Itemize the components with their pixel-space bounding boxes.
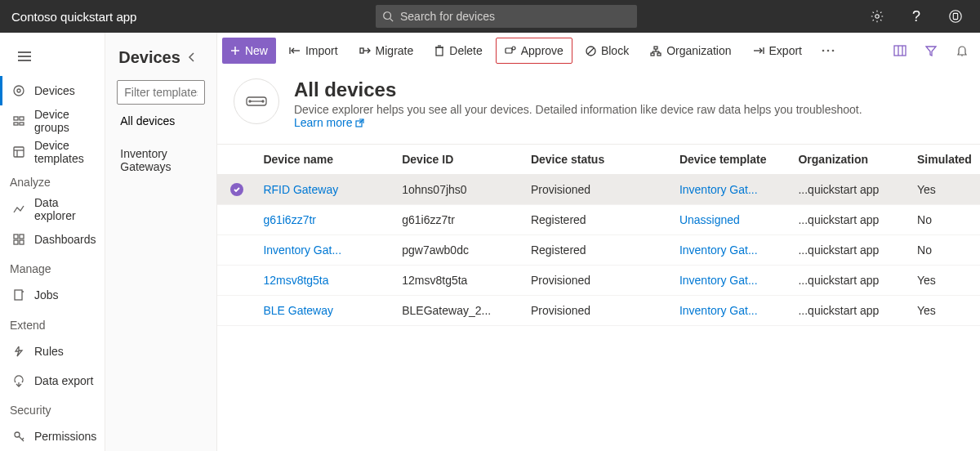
svg-marker-55 xyxy=(926,47,936,56)
btn-label: Organization xyxy=(666,44,731,57)
export-button[interactable]: Export xyxy=(745,38,810,64)
col-status[interactable]: Device status xyxy=(524,145,673,175)
table-row[interactable]: 12msv8tg5ta12msv8tg5taProvisionedInvento… xyxy=(217,266,980,296)
approve-icon xyxy=(505,46,516,56)
row-checkbox[interactable] xyxy=(217,175,257,205)
col-id[interactable]: Device ID xyxy=(395,145,524,175)
svg-rect-20 xyxy=(20,240,24,244)
dashboards-icon xyxy=(11,232,26,247)
cell-template[interactable]: Inventory Gat... xyxy=(673,235,792,266)
cell-status: Provisioned xyxy=(524,175,673,205)
more-button[interactable] xyxy=(815,38,841,64)
plus-icon xyxy=(230,46,240,56)
cell-name[interactable]: g61i6zz7tr xyxy=(256,205,395,235)
collapse-panel-button[interactable] xyxy=(180,46,203,69)
nav-item-data-export[interactable]: Data export xyxy=(0,366,105,395)
help-button[interactable]: ? xyxy=(903,3,929,29)
main-content: New Import Migrate Delete Approve Block xyxy=(217,33,980,451)
svg-rect-17 xyxy=(14,234,18,239)
block-button[interactable]: Block xyxy=(577,38,637,64)
svg-rect-13 xyxy=(20,123,24,125)
nav-item-devices[interactable]: Devices xyxy=(0,76,105,105)
nav-item-data-explorer[interactable]: Data explorer xyxy=(0,194,105,225)
notifications-button[interactable] xyxy=(949,38,975,64)
help-icon: ? xyxy=(912,8,920,25)
trash-icon xyxy=(434,45,444,56)
table-header-row: Device name Device ID Device status Devi… xyxy=(217,145,980,175)
page-description: Device explorer helps you see all your d… xyxy=(294,103,862,116)
cell-template[interactable]: Inventory Gat... xyxy=(673,296,792,326)
search-box[interactable] xyxy=(376,5,637,28)
cell-template[interactable]: Unassigned xyxy=(673,205,792,235)
cell-template[interactable]: Inventory Gat... xyxy=(673,266,792,296)
device-hero-icon xyxy=(244,94,269,109)
col-template[interactable]: Device template xyxy=(673,145,792,175)
cell-id: g61i6zz7tr xyxy=(395,205,524,235)
data-export-icon xyxy=(11,373,26,388)
nav-label: Jobs xyxy=(34,288,59,301)
cell-org: ...quickstart app xyxy=(791,175,911,205)
nav-item-device-groups[interactable]: Device groups xyxy=(0,105,105,136)
more-icon xyxy=(822,49,835,52)
filter-button[interactable] xyxy=(918,38,944,64)
table-row[interactable]: RFID Gateway1ohns07jhs0ProvisionedInvent… xyxy=(217,175,980,205)
search-icon xyxy=(382,11,394,22)
nav-item-permissions[interactable]: Permissions xyxy=(0,422,105,451)
delete-button[interactable]: Delete xyxy=(426,38,490,64)
template-all-devices[interactable]: All devices xyxy=(117,105,205,137)
row-selected-icon xyxy=(230,183,243,196)
nav-toggle[interactable] xyxy=(10,42,39,69)
template-panel: Devices All devices Inventory Gateways xyxy=(105,33,217,451)
table-row[interactable]: Inventory Gat...pgw7awb0dcRegisteredInve… xyxy=(217,235,980,266)
nav-item-dashboards[interactable]: Dashboards xyxy=(0,225,105,254)
migrate-button[interactable]: Migrate xyxy=(351,38,422,64)
chevron-left-icon xyxy=(186,51,198,63)
settings-button[interactable] xyxy=(864,3,890,29)
cell-status: Registered xyxy=(524,205,673,235)
cell-template[interactable]: Inventory Gat... xyxy=(673,175,792,205)
svg-point-37 xyxy=(512,47,515,50)
svg-rect-14 xyxy=(14,147,24,157)
cell-name[interactable]: RFID Gateway xyxy=(256,175,395,205)
col-name[interactable]: Device name xyxy=(256,145,395,175)
search-input[interactable] xyxy=(400,10,630,23)
filter-templates-input[interactable] xyxy=(117,80,205,105)
nav-item-device-templates[interactable]: Device templates xyxy=(0,136,105,167)
columns-button[interactable] xyxy=(887,38,913,64)
learn-more-link[interactable]: Learn more xyxy=(294,116,365,129)
table-row[interactable]: BLE GatewayBLEGateway_2...ProvisionedInv… xyxy=(217,296,980,326)
external-link-icon xyxy=(355,118,364,127)
bell-icon xyxy=(956,45,968,57)
cell-id: BLEGateway_2... xyxy=(395,296,524,326)
table-row[interactable]: g61i6zz7trg61i6zz7trRegisteredUnassigned… xyxy=(217,205,980,235)
hamburger-icon xyxy=(18,51,31,62)
row-checkbox[interactable] xyxy=(217,205,257,235)
gear-icon xyxy=(870,9,884,24)
svg-point-0 xyxy=(384,12,391,20)
feedback-button[interactable] xyxy=(942,3,969,29)
approve-button[interactable]: Approve xyxy=(496,38,572,64)
export-icon xyxy=(753,46,764,56)
col-org[interactable]: Organization xyxy=(791,145,911,175)
row-checkbox[interactable] xyxy=(217,266,257,296)
feedback-icon xyxy=(948,9,963,24)
cell-id: 1ohns07jhs0 xyxy=(395,175,524,205)
cell-name[interactable]: BLE Gateway xyxy=(256,296,395,326)
new-button[interactable]: New xyxy=(222,38,276,64)
template-inventory-gateways[interactable]: Inventory Gateways xyxy=(117,137,205,183)
hero-icon-circle xyxy=(234,78,279,124)
cell-name[interactable]: Inventory Gat... xyxy=(256,235,395,266)
nav-item-rules[interactable]: Rules xyxy=(0,337,105,366)
block-icon xyxy=(586,46,596,56)
organization-button[interactable]: Organization xyxy=(642,38,739,64)
device-groups-icon xyxy=(11,114,26,128)
cell-name[interactable]: 12msv8tg5ta xyxy=(256,266,395,296)
hero-section: All devices Device explorer helps you se… xyxy=(217,69,980,144)
app-title: Contoso quickstart app xyxy=(11,10,363,24)
row-checkbox[interactable] xyxy=(217,296,257,326)
cell-org: ...quickstart app xyxy=(791,235,911,266)
col-sim[interactable]: Simulated xyxy=(911,145,980,175)
import-button[interactable]: Import xyxy=(281,38,346,64)
nav-item-jobs[interactable]: Jobs xyxy=(0,280,105,310)
row-checkbox[interactable] xyxy=(217,235,257,266)
